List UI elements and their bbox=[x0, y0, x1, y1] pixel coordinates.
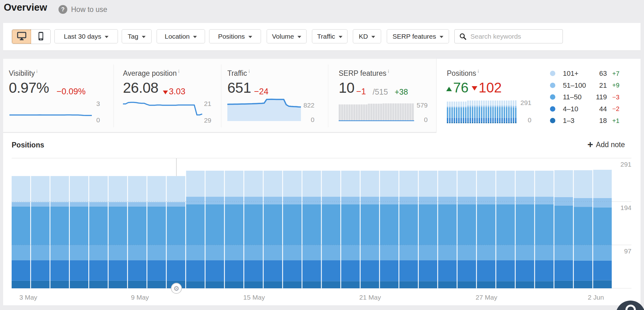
legend-count: 44 bbox=[581, 105, 607, 113]
page-title: Overview bbox=[4, 2, 47, 13]
legend-dot-icon bbox=[550, 94, 555, 100]
legend-count: 18 bbox=[581, 117, 607, 125]
average-position-value: 26.08 bbox=[123, 79, 158, 96]
info-icon[interactable]: i bbox=[178, 69, 179, 74]
filter-button-location[interactable]: Location bbox=[157, 29, 205, 43]
chevron-down-icon bbox=[371, 36, 375, 38]
divider bbox=[221, 64, 221, 127]
filter-button-last-30-days[interactable]: Last 30 days bbox=[54, 29, 118, 43]
serp-features-value: 10 bbox=[339, 79, 354, 96]
divider bbox=[114, 64, 114, 127]
info-icon[interactable]: i bbox=[388, 69, 389, 74]
chevron-down-icon bbox=[193, 36, 197, 38]
legend-range: 11–50 bbox=[563, 93, 582, 101]
visibility-delta: −0.09% bbox=[57, 87, 86, 97]
average-position-card-title: Average positioni bbox=[123, 69, 179, 78]
desktop-toggle-button[interactable] bbox=[12, 30, 31, 44]
positions-down-value: 102 bbox=[472, 80, 502, 96]
legend-dot-icon bbox=[550, 71, 555, 76]
chevron-down-icon bbox=[105, 36, 108, 38]
chevron-down-icon bbox=[297, 36, 301, 38]
chat-icon bbox=[625, 305, 636, 310]
chevron-down-icon bbox=[339, 36, 342, 38]
filter-button-positions[interactable]: Positions bbox=[209, 29, 261, 43]
positions-card-title: Positionsi bbox=[447, 69, 479, 78]
info-icon[interactable]: i bbox=[478, 69, 479, 74]
serp-features-total: /515 bbox=[373, 87, 388, 97]
add-note-label: Add note bbox=[596, 141, 625, 149]
positions-mini-chart[interactable] bbox=[447, 97, 533, 124]
serp-features-bar-chart[interactable] bbox=[339, 99, 430, 124]
average-position-delta: 3.03 bbox=[163, 87, 186, 97]
legend-row-11–50[interactable]: 11–50119−3 bbox=[550, 93, 632, 101]
legend-dot-icon bbox=[550, 118, 555, 123]
filter-button-volume[interactable]: Volume bbox=[267, 29, 307, 43]
legend-delta: −3 bbox=[612, 94, 619, 101]
legend-range: 4–10 bbox=[563, 105, 578, 113]
legend-row-101+[interactable]: 101+63+7 bbox=[550, 69, 632, 78]
legend-delta: +7 bbox=[612, 70, 619, 77]
filter-button-tag[interactable]: Tag bbox=[122, 29, 152, 43]
chevron-down-icon bbox=[440, 36, 443, 38]
legend-dot-icon bbox=[550, 83, 555, 88]
average-position-sparkline[interactable] bbox=[123, 99, 214, 124]
how-to-use-link[interactable]: ? How to use bbox=[58, 5, 107, 14]
filter-button-kd[interactable]: KD bbox=[353, 29, 381, 43]
legend-range: 1–3 bbox=[563, 117, 575, 125]
mobile-icon bbox=[38, 31, 44, 42]
triangle-down-icon bbox=[472, 86, 477, 91]
traffic-area-chart[interactable] bbox=[227, 99, 315, 124]
visibility-card-title: Visibilityi bbox=[9, 69, 37, 78]
legend-range: 101+ bbox=[563, 69, 579, 78]
google-update-marker[interactable] bbox=[171, 283, 182, 294]
legend-delta: +1 bbox=[612, 117, 619, 125]
chart-section-title: Positions bbox=[12, 141, 44, 149]
triangle-down-icon bbox=[163, 91, 168, 94]
info-icon[interactable]: i bbox=[36, 69, 37, 74]
plus-icon: + bbox=[587, 140, 593, 149]
positions-up-value: 76 bbox=[446, 80, 469, 96]
info-icon[interactable]: i bbox=[249, 69, 250, 74]
positions-stacked-chart[interactable] bbox=[12, 158, 613, 288]
serp-features-delta: −1 bbox=[356, 87, 366, 97]
legend-delta: +9 bbox=[612, 82, 619, 89]
divider bbox=[328, 64, 328, 127]
desktop-icon bbox=[17, 32, 26, 42]
visibility-sparkline[interactable] bbox=[9, 99, 103, 124]
filter-button-traffic[interactable]: Traffic bbox=[312, 29, 347, 43]
search-keywords-box bbox=[454, 29, 563, 43]
how-to-use-label: How to use bbox=[71, 5, 107, 14]
traffic-value: 651 bbox=[227, 79, 251, 96]
legend-row-4–10[interactable]: 4–1044−2 bbox=[550, 105, 632, 113]
legend-delta: −2 bbox=[612, 105, 619, 113]
legend-row-51–100[interactable]: 51–10021+9 bbox=[550, 81, 632, 90]
chevron-down-icon bbox=[142, 36, 146, 38]
serp-features-total-delta: +38 bbox=[395, 87, 408, 97]
visibility-value: 0.97% bbox=[9, 79, 49, 96]
legend-count: 119 bbox=[581, 93, 607, 101]
device-toggle bbox=[12, 29, 51, 44]
search-icon bbox=[459, 33, 467, 40]
serp-features-card-title: SERP featuresi bbox=[339, 69, 389, 78]
legend-dot-icon bbox=[550, 106, 555, 112]
triangle-up-icon bbox=[446, 87, 452, 91]
question-mark-icon: ? bbox=[58, 5, 67, 14]
mobile-toggle-button[interactable] bbox=[31, 30, 50, 44]
legend-count: 21 bbox=[581, 81, 607, 90]
chevron-down-icon bbox=[248, 36, 252, 38]
rank-tracker-overview-page: Overview ? How to use Last 30 daysTagLoc… bbox=[0, 0, 644, 310]
legend-count: 63 bbox=[581, 69, 607, 78]
traffic-delta: −24 bbox=[254, 87, 269, 97]
add-note-button[interactable]: + Add note bbox=[587, 140, 625, 149]
legend-row-1–3[interactable]: 1–318+1 bbox=[550, 117, 632, 125]
filter-button-serp-features[interactable]: SERP features bbox=[387, 29, 449, 43]
search-keywords-input[interactable] bbox=[470, 32, 563, 41]
traffic-card-title: Traffici bbox=[227, 69, 250, 78]
